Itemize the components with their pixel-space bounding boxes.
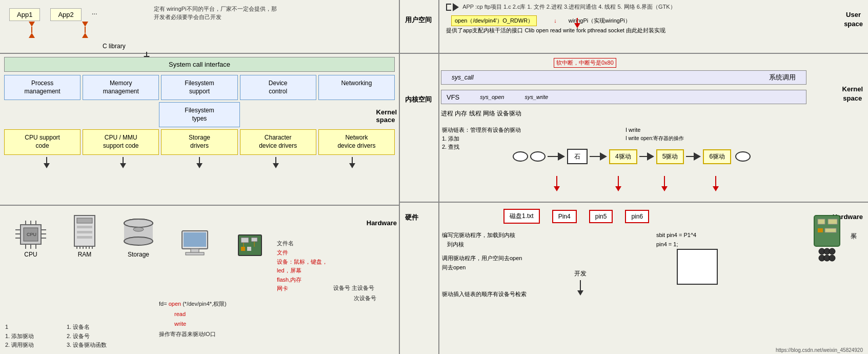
kernel-inner-label: 内核空间 (405, 95, 432, 104)
hardware-row: CPU CPU (0, 209, 399, 262)
to-hardware-arrow-4 (713, 176, 719, 191)
cpu-icon: CPU (15, 221, 46, 249)
syscall-label-right: 系统调用 (769, 73, 796, 82)
syscall-bar: System call interface (4, 57, 395, 72)
ann-register: 操作寄存器来驱动IO口 (159, 329, 227, 340)
dots-label: ... (92, 8, 97, 16)
inner-labels: 进程 内存 线程 网络 设备驱动 (441, 109, 521, 118)
bottom-ann-5: 设备号 主设备号 次设备号 (333, 283, 376, 304)
call-text: 调用驱动程序，用户空间去open (442, 254, 522, 263)
bottom-ann-2: 1. 设备名 2. 设备号 3. 设备驱动函数 (67, 323, 107, 350)
node-6: 6驱动 (703, 149, 731, 164)
hardware-space-label: Hardware (367, 219, 397, 227)
ann-dev-func: 3. 设备驱动函数 (67, 341, 107, 350)
open-text: open（/dev/pin4'）O_RDWR） (451, 15, 537, 26)
green-component-icon (812, 213, 842, 264)
kernel-cell-mmu: CPU / MMUsupport code (83, 129, 159, 154)
kernel-cell-networking: Networking (318, 75, 395, 100)
hardware-inner-label: 硬件 (405, 213, 418, 222)
develop-section: 开发 (574, 269, 587, 296)
ann-add-driver: 1. 添加驱动 (5, 332, 34, 341)
kernel-cell-device: Devicecontrol (240, 75, 316, 100)
kernel-cell-net-drv: Networkdevice drivers (318, 129, 395, 154)
load-text: 编写完驱动程序，加载到内核 (442, 231, 515, 240)
driver-chain-label: 驱动链表：管理所有设备的驱动 (442, 126, 521, 134)
vfs-bar: VFS sys_open sys_write (441, 90, 806, 104)
svg-point-48 (829, 255, 835, 261)
svg-rect-18 (77, 231, 92, 233)
left-panel: App1 App2 ... 定有 wiringPi不同的平台，厂家不一定会提供，… (0, 0, 400, 354)
oval-2 (530, 151, 546, 162)
green-component: 买半 (812, 213, 842, 266)
svg-point-30 (133, 227, 144, 231)
right-userspace: Userspace 用户空间 APP :cp ftp项目 1.c 2.c库 1.… (400, 0, 868, 54)
svg-rect-16 (77, 218, 92, 223)
url-label: https://blog.csdn.net/weixin_45824920 (776, 347, 863, 353)
ann-devno-sub: 次设备号 (333, 293, 376, 304)
ann-led: led，屏幕 (277, 266, 328, 276)
ram-hw-item: RAM (72, 213, 97, 258)
ann-dev-name: 1. 设备名 (67, 323, 107, 332)
kernel-space-right-label: Kernelspace (842, 85, 863, 103)
pin4-box: Pin4 (552, 210, 577, 223)
node-5: 5驱动 (656, 149, 684, 164)
app1-arrow (29, 22, 35, 38)
svg-point-29 (124, 219, 153, 227)
kernel-cell-filesystem: Filesystemsupport (161, 75, 237, 100)
provide-text: 提供了app支配内核干活的接口 Clib open read write for… (446, 27, 665, 33)
ann-netcard: 网卡 (277, 284, 328, 293)
storage-hw-item: Storage (123, 218, 154, 258)
app-row: App1 App2 ... (4, 6, 103, 23)
annotation2: 开发者必须要学会自己开发 (154, 13, 221, 21)
sbit-note: sbit pin4 = P1^4 pin4 = 1; (656, 231, 696, 249)
svg-rect-19 (77, 236, 92, 239)
ann-filename: 文件名 (277, 239, 328, 248)
svg-rect-37 (251, 238, 257, 242)
clibrary-label: C library (103, 43, 126, 50)
circuit-icon (236, 232, 264, 258)
svg-rect-50 (828, 219, 837, 224)
svg-rect-36 (241, 238, 249, 243)
left-kernelspace: System call interface Processmanagement … (0, 57, 399, 206)
left-hardware: CPU CPU (0, 209, 399, 354)
provide-line: 提供了app支配内核干活的接口 Clib open read write for… (446, 27, 827, 34)
ann-fd-open: fd= open (*/dev/pin4*,权限) (159, 299, 227, 309)
oval-end (735, 151, 751, 162)
chain-arrow-4 (686, 152, 701, 161)
app1-box: App1 (9, 8, 40, 21)
ann-device-list: 设备：鼠标，键盘， (277, 258, 328, 267)
kernel-cell-cpu: CPU supportcode (4, 129, 80, 154)
vfs-label: VFS (447, 93, 459, 101)
syscall-func: sys_call (452, 74, 474, 81)
node-4: 4驱动 (609, 149, 637, 164)
ann-write: write (159, 319, 227, 329)
pin6-box: pin6 (625, 210, 649, 223)
svg-rect-51 (818, 228, 823, 232)
kernel-cell-process: Processmanagement (4, 75, 80, 100)
to-hardware-arrow-2 (615, 176, 621, 191)
svg-rect-49 (818, 219, 825, 224)
ann-flash: flash,内存 (277, 276, 328, 285)
kernel-cell-memory: Memorymanagement (83, 75, 159, 100)
kernel-cell-char-drv: Characterdevice drivers (240, 129, 316, 154)
chain-arrow-2 (590, 152, 607, 161)
annotation1: 定有 wiringPi不同的平台，厂家不一定会提供，那 (154, 5, 328, 13)
kernel-space-label: Kernelspace (376, 108, 397, 124)
monitor-hw-item (179, 230, 210, 258)
to-hardware-arrow-1 (554, 176, 560, 191)
bottom-ann-1: 1 1. 添加驱动 2. 调用驱动 (5, 323, 34, 350)
to-kernel: 到内核 (442, 240, 515, 249)
ann-file: 文件 (277, 248, 328, 258)
to-hardware-arrow-3 (661, 176, 668, 191)
svg-rect-34 (186, 252, 204, 255)
sbit-text: sbit pin4 = P1^4 (656, 231, 696, 240)
svg-rect-17 (77, 226, 92, 228)
cpu-label: CPU (24, 251, 37, 258)
kernel-cell-fstypes: Filesystemtypes (159, 102, 239, 127)
ram-label: RAM (78, 251, 92, 258)
open-register: I write open:寄存器的操作 (625, 134, 684, 142)
app2-arrow (82, 22, 88, 38)
storage-icon (123, 218, 154, 249)
storage-label: Storage (128, 251, 149, 258)
ann-dev-num: 2. 设备号 (67, 332, 107, 341)
